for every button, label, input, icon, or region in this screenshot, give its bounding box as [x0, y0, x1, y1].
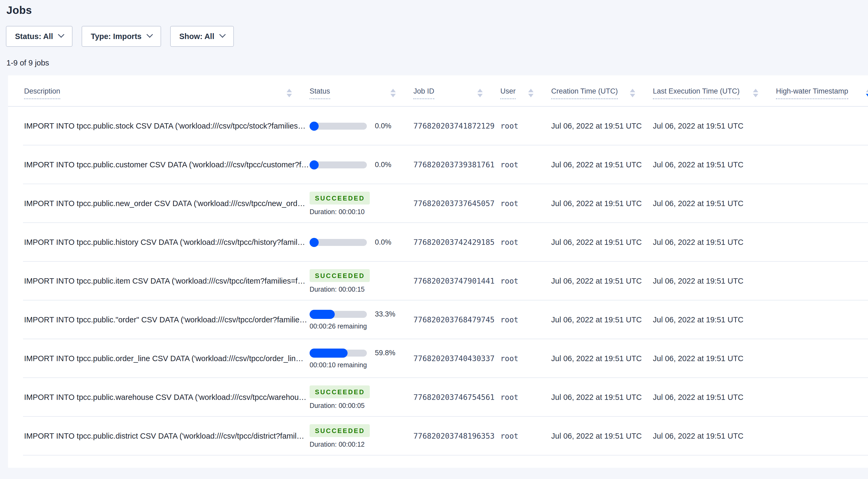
job-description: IMPORT INTO tpcc.public.district CSV DAT… [8, 432, 310, 441]
job-last-execution-time: Jul 06, 2022 at 19:51 UTC [653, 315, 776, 324]
column-header-job_id[interactable]: Job ID [413, 87, 500, 99]
job-last-execution-time: Jul 06, 2022 at 19:51 UTC [653, 238, 776, 247]
progress-fill [310, 348, 348, 357]
job-id: 776820203741872129 [413, 122, 500, 131]
job-user: root [500, 160, 551, 169]
column-header-user[interactable]: User [500, 87, 551, 99]
sort-up-icon [528, 89, 533, 92]
job-last-execution-time: Jul 06, 2022 at 19:51 UTC [653, 122, 776, 131]
sort-arrows-icon [528, 89, 533, 97]
job-user: root [500, 432, 551, 441]
column-header-label: Status [310, 87, 330, 99]
sort-up-icon [866, 89, 868, 92]
job-status-cell: SUCCEEDEDDuration: 00:00:10 [310, 192, 413, 216]
progress-percent: 33.3% [375, 310, 396, 318]
sort-arrows-icon [630, 89, 635, 97]
job-creation-time: Jul 06, 2022 at 19:51 UTC [551, 393, 653, 402]
table-row: IMPORT INTO tpcc.public.new_order CSV DA… [8, 184, 868, 223]
job-creation-time: Jul 06, 2022 at 19:51 UTC [551, 432, 653, 441]
status-duration: Duration: 00:00:10 [310, 208, 413, 216]
job-creation-time: Jul 06, 2022 at 19:51 UTC [551, 354, 653, 363]
job-last-execution-time: Jul 06, 2022 at 19:51 UTC [653, 432, 776, 441]
job-user: root [500, 122, 551, 131]
filter-label: Status: All [15, 32, 53, 41]
column-header-label: Last Execution Time (UTC) [653, 87, 740, 99]
results-count: 1-9 of 9 jobs [6, 59, 868, 67]
table-row: IMPORT INTO tpcc.public.item CSV DATA ('… [8, 262, 868, 301]
job-user: root [500, 277, 551, 285]
sort-down-icon [866, 94, 868, 97]
sort-up-icon [477, 89, 483, 92]
job-description: IMPORT INTO tpcc.public."order" CSV DATA… [8, 315, 310, 324]
column-header-creation_time[interactable]: Creation Time (UTC) [551, 87, 653, 99]
sort-down-icon [528, 94, 533, 97]
progress-fill [310, 160, 319, 169]
table-row: IMPORT INTO tpcc.public.customer CSV DAT… [8, 145, 868, 184]
job-status-cell: SUCCEEDEDDuration: 00:00:12 [310, 424, 413, 448]
table-row: IMPORT INTO tpcc.public.order_line CSV D… [8, 339, 868, 378]
job-description: IMPORT INTO tpcc.public.item CSV DATA ('… [8, 277, 310, 285]
status-badge: SUCCEEDED [310, 192, 370, 204]
job-id: 776820203737645057 [413, 199, 500, 208]
status-badge: SUCCEEDED [310, 424, 370, 437]
job-id: 776820203739381761 [413, 160, 500, 169]
status-duration: Duration: 00:00:05 [310, 402, 413, 410]
sort-arrows-icon [477, 89, 483, 97]
table-header-row: DescriptionStatusJob IDUserCreation Time… [8, 75, 868, 107]
job-last-execution-time: Jul 06, 2022 at 19:51 UTC [653, 354, 776, 363]
job-user: root [500, 393, 551, 402]
sort-arrows-icon [286, 89, 292, 97]
filter-dropdown-show[interactable]: Show: All [170, 26, 234, 47]
job-status-cell: 0.0% [310, 238, 413, 247]
progress-percent: 59.8% [375, 349, 396, 357]
job-creation-time: Jul 06, 2022 at 19:51 UTC [551, 122, 653, 131]
job-status-cell: 0.0% [310, 122, 413, 131]
sort-down-icon [477, 94, 483, 97]
column-header-description[interactable]: Description [8, 87, 310, 99]
jobs-table: DescriptionStatusJob IDUserCreation Time… [8, 75, 868, 468]
job-last-execution-time: Jul 06, 2022 at 19:51 UTC [653, 199, 776, 208]
column-header-status[interactable]: Status [310, 87, 413, 99]
progress-percent: 0.0% [375, 161, 392, 169]
job-last-execution-time: Jul 06, 2022 at 19:51 UTC [653, 277, 776, 285]
job-status-cell: 59.8%00:00:10 remaining [310, 348, 413, 369]
filter-dropdown-status[interactable]: Status: All [6, 26, 72, 47]
progress-bar [310, 122, 367, 131]
chevron-down-icon [58, 31, 64, 38]
sort-up-icon [753, 89, 758, 92]
sort-up-icon [391, 89, 396, 92]
column-header-label: Description [24, 87, 60, 99]
job-user: root [500, 315, 551, 324]
status-remaining: 00:00:26 remaining [310, 322, 413, 330]
column-header-last_execution_time[interactable]: Last Execution Time (UTC) [653, 87, 776, 99]
job-id: 776820203768479745 [413, 315, 500, 324]
job-description: IMPORT INTO tpcc.public.warehouse CSV DA… [8, 393, 310, 402]
progress-bar [310, 160, 367, 169]
job-creation-time: Jul 06, 2022 at 19:51 UTC [551, 199, 653, 208]
job-creation-time: Jul 06, 2022 at 19:51 UTC [551, 315, 653, 324]
job-status-cell: SUCCEEDEDDuration: 00:00:05 [310, 385, 413, 410]
job-user: root [500, 199, 551, 208]
job-id: 776820203746754561 [413, 393, 500, 402]
table-row: IMPORT INTO tpcc.public.history CSV DATA… [8, 223, 868, 262]
job-creation-time: Jul 06, 2022 at 19:51 UTC [551, 160, 653, 169]
column-header-high_water[interactable]: High-water Timestamp [776, 87, 868, 99]
page-title: Jobs [0, 0, 868, 16]
job-user: root [500, 238, 551, 247]
status-remaining: 00:00:10 remaining [310, 361, 413, 369]
status-duration: Duration: 00:00:15 [310, 285, 413, 293]
progress-percent: 0.0% [375, 122, 392, 130]
job-description: IMPORT INTO tpcc.public.history CSV DATA… [8, 238, 310, 247]
filters-bar: Status: AllType: ImportsShow: All [6, 26, 868, 47]
job-status-cell: SUCCEEDEDDuration: 00:00:15 [310, 269, 413, 293]
filter-label: Type: Imports [91, 32, 142, 41]
status-duration: Duration: 00:00:12 [310, 441, 413, 448]
job-last-execution-time: Jul 06, 2022 at 19:51 UTC [653, 160, 776, 169]
job-description: IMPORT INTO tpcc.public.new_order CSV DA… [8, 199, 310, 208]
sort-arrows-icon [391, 89, 396, 97]
chevron-down-icon [219, 31, 225, 38]
filter-dropdown-type[interactable]: Type: Imports [82, 26, 161, 47]
sort-down-icon [391, 94, 396, 97]
table-row: IMPORT INTO tpcc.public.warehouse CSV DA… [8, 378, 868, 417]
job-last-execution-time: Jul 06, 2022 at 19:51 UTC [653, 393, 776, 402]
